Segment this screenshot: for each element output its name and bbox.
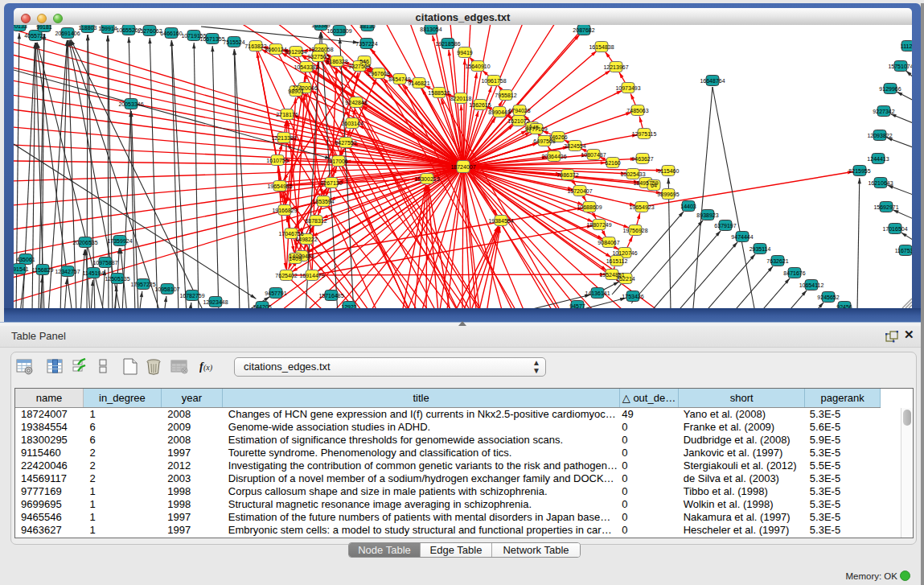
svg-text:8471676: 8471676 — [783, 270, 805, 276]
svg-text:(x): (x) — [203, 363, 213, 373]
svg-text:2603144: 2603144 — [341, 121, 363, 126]
svg-text:8938923: 8938923 — [696, 212, 718, 218]
svg-text:4498222: 4498222 — [295, 237, 317, 242]
svg-text:7955812: 7955812 — [495, 93, 516, 98]
svg-text:9245652: 9245652 — [817, 295, 839, 300]
svg-text:7357224: 7357224 — [355, 41, 377, 47]
svg-text:1362615: 1362615 — [469, 102, 491, 108]
svg-text:9327508: 9327508 — [348, 64, 370, 69]
svg-text:9457791: 9457791 — [265, 290, 286, 296]
svg-text:15720407: 15720407 — [567, 188, 592, 194]
svg-text:8878312: 8878312 — [305, 218, 326, 224]
svg-text:2935114: 2935114 — [749, 246, 771, 252]
svg-text:8660124: 8660124 — [265, 47, 286, 52]
svg-text:7632621: 7632621 — [766, 258, 788, 264]
svg-text:18226058: 18226058 — [308, 47, 333, 52]
svg-text:10958107: 10958107 — [154, 286, 179, 292]
svg-text:8912954: 8912954 — [285, 49, 306, 55]
svg-text:1409: 1409 — [289, 256, 302, 262]
svg-text:17016504: 17016504 — [882, 226, 907, 232]
svg-text:12213389: 12213389 — [271, 135, 296, 141]
svg-text:2718176: 2718176 — [276, 112, 298, 117]
svg-text:4055721: 4055721 — [24, 33, 46, 39]
svg-text:9084067: 9084067 — [598, 240, 619, 245]
svg-text:16154838: 16154838 — [589, 44, 614, 50]
svg-text:9129966: 9129966 — [879, 86, 901, 92]
svg-text:6794028: 6794028 — [508, 108, 530, 113]
svg-text:1621072: 1621072 — [507, 118, 529, 124]
svg-text:18807249: 18807249 — [586, 222, 611, 228]
svg-text:15300213: 15300213 — [414, 176, 439, 182]
svg-text:9227342: 9227342 — [873, 109, 894, 114]
svg-text:10961758: 10961758 — [481, 78, 506, 84]
svg-text:391541: 391541 — [14, 266, 29, 272]
svg-text:12213967: 12213967 — [603, 64, 628, 70]
svg-text:10025433: 10025433 — [620, 171, 645, 177]
svg-text:20206535: 20206535 — [72, 240, 97, 245]
svg-text:15640910: 15640910 — [465, 64, 490, 69]
svg-text:1610755: 1610755 — [266, 158, 288, 163]
svg-text:10543382: 10543382 — [294, 64, 318, 70]
svg-text:9474444: 9474444 — [731, 234, 753, 240]
svg-text:16671355: 16671355 — [199, 36, 224, 42]
svg-text:2087682: 2087682 — [573, 27, 594, 33]
svg-text:16914479: 16914479 — [299, 273, 324, 278]
svg-text:20133: 20133 — [14, 25, 27, 29]
svg-text:8990448: 8990448 — [488, 109, 510, 115]
svg-text:1615112: 1615112 — [606, 258, 628, 264]
svg-text:19654923: 19654923 — [629, 204, 654, 210]
svg-text:1353594: 1353594 — [312, 199, 334, 204]
svg-text:15276062: 15276062 — [137, 28, 162, 34]
svg-text:10654112: 10654112 — [799, 282, 824, 288]
svg-text:88130: 88130 — [359, 25, 376, 29]
svg-text:10688609: 10688609 — [577, 204, 602, 210]
svg-text:15751074: 15751074 — [888, 64, 912, 69]
svg-text:8186328: 8186328 — [326, 59, 347, 64]
svg-text:18724007: 18724007 — [450, 164, 475, 170]
svg-text:8427552: 8427552 — [335, 140, 356, 146]
svg-text:7163822: 7163822 — [244, 43, 266, 49]
svg-text:11123: 11123 — [901, 43, 912, 49]
svg-text:19756928: 19756928 — [622, 228, 647, 233]
svg-text:6379197: 6379197 — [714, 223, 736, 229]
svg-text:9777169: 9777169 — [525, 126, 547, 132]
svg-text:10807487: 10807487 — [581, 152, 606, 158]
svg-text:1753426: 1753426 — [622, 294, 643, 299]
svg-text:118803: 118803 — [79, 25, 97, 31]
svg-text:917006: 917006 — [329, 159, 347, 164]
svg-text:9899695: 9899695 — [657, 192, 679, 197]
svg-text:3824554: 3824554 — [564, 143, 585, 149]
svg-text:99181: 99181 — [36, 25, 52, 30]
svg-text:6466160: 6466160 — [160, 31, 182, 36]
svg-text:9146821: 9146821 — [408, 80, 429, 86]
svg-text:1156829: 1156829 — [32, 267, 54, 273]
svg-text:12093822: 12093822 — [867, 133, 892, 138]
svg-text:19384554: 19384554 — [488, 218, 513, 224]
svg-text:19166829: 19166829 — [272, 208, 297, 213]
svg-text:1145194: 1145194 — [83, 270, 105, 276]
svg-text:9463627: 9463627 — [631, 156, 653, 162]
svg-text:7986372: 7986372 — [556, 172, 578, 178]
svg-text:7515524: 7515524 — [223, 39, 244, 45]
svg-text:8215955: 8215955 — [848, 168, 870, 174]
svg-text:64: 64 — [651, 183, 657, 188]
svg-text:19654985: 19654985 — [267, 183, 292, 189]
svg-text:1244413: 1244413 — [867, 156, 889, 162]
svg-text:10973493: 10973493 — [615, 85, 640, 91]
svg-text:98901: 98901 — [288, 89, 304, 94]
svg-text:6497568: 6497568 — [533, 138, 555, 144]
svg-text:19218586: 19218586 — [435, 41, 460, 47]
svg-text:7485063: 7485063 — [626, 108, 648, 113]
svg-text:8220118: 8220118 — [450, 96, 472, 101]
svg-text:14403: 14403 — [680, 204, 696, 209]
svg-text:12975115: 12975115 — [632, 131, 657, 137]
svg-text:16210643: 16210643 — [868, 180, 893, 186]
svg-text:7625402: 7625402 — [275, 273, 297, 278]
svg-text:12505135: 12505135 — [105, 276, 129, 282]
svg-text:20691406: 20691406 — [55, 31, 80, 36]
svg-text:14136141: 14136141 — [585, 290, 610, 296]
svg-text:8267130: 8267130 — [320, 180, 342, 186]
svg-text:20053346: 20053346 — [118, 101, 143, 107]
svg-text:99419: 99419 — [457, 50, 473, 56]
svg-text:17046756: 17046756 — [278, 231, 303, 237]
